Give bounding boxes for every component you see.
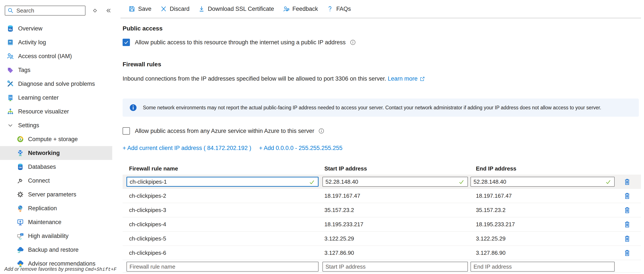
discard-button[interactable]: Discard bbox=[160, 6, 190, 12]
azure-services-checkbox-label: Allow public access from any Azure servi… bbox=[135, 128, 314, 134]
end-ip-input-wrapper bbox=[470, 177, 615, 187]
sidebar-item-label: Activity log bbox=[18, 39, 46, 46]
sidebar-item-label: Replication bbox=[28, 205, 57, 212]
question-icon bbox=[326, 6, 334, 12]
public-access-checkbox-label: Allow public access to this resource thr… bbox=[135, 39, 346, 46]
favorites-hint: Add or remove favorites by pressing Cmd+… bbox=[4, 266, 116, 272]
learning-book-icon: 101 bbox=[6, 94, 14, 102]
mysql-server-icon: My bbox=[6, 25, 14, 33]
sidebar-group-settings[interactable]: Settings bbox=[0, 118, 112, 132]
start-ip-input[interactable] bbox=[323, 178, 468, 185]
column-header-start-ip: Start IP address bbox=[318, 165, 468, 172]
search-icon bbox=[7, 7, 16, 14]
delete-rule-button[interactable] bbox=[622, 219, 632, 230]
sidebar-item-label: Overview bbox=[18, 25, 42, 32]
discard-x-icon bbox=[160, 6, 167, 12]
sidebar-item-label: Learning center bbox=[18, 94, 59, 101]
sidebar-item-label: Networking bbox=[28, 150, 60, 156]
new-rule-name-input[interactable] bbox=[127, 263, 318, 270]
end-ip-cell: 35.157.23.2 bbox=[468, 207, 617, 213]
sidebar-item-high-availability[interactable]: High availability bbox=[0, 229, 112, 243]
start-ip-input-wrapper bbox=[322, 177, 468, 187]
delete-rule-button[interactable] bbox=[622, 176, 632, 187]
info-icon[interactable] bbox=[350, 39, 356, 46]
sidebar-item-label: Backup and restore bbox=[28, 246, 78, 253]
sidebar-item-compute-storage[interactable]: $ Compute + storage bbox=[0, 132, 112, 146]
backup-cloud-icon bbox=[16, 246, 24, 254]
diagnose-tools-icon bbox=[6, 80, 14, 88]
add-ip-links-row: + Add current client IP address ( 84.172… bbox=[122, 145, 342, 151]
start-ip-cell: 18.197.167.47 bbox=[318, 192, 468, 199]
command-bar: Save Discard Download SSL Certificate Fe… bbox=[120, 0, 641, 18]
sidebar-item-label: Diagnose and solve problems bbox=[18, 81, 95, 87]
sidebar-item-databases[interactable]: DB Databases bbox=[0, 160, 112, 174]
sidebar-item-backup-restore[interactable]: Backup and restore bbox=[0, 243, 112, 257]
sidebar-item-label: High availability bbox=[28, 233, 69, 239]
sidebar-item-maintenance[interactable]: Maintenance bbox=[0, 215, 112, 229]
end-ip-cell: 18.197.167.47 bbox=[468, 192, 617, 199]
firewall-rules-heading: Firewall rules bbox=[122, 61, 161, 68]
faqs-button[interactable]: FAQs bbox=[326, 6, 351, 12]
new-firewall-rule-row bbox=[122, 260, 641, 273]
public-access-checkbox[interactable] bbox=[122, 39, 130, 46]
collapse-sidebar-icon[interactable] bbox=[105, 8, 111, 14]
add-all-ips-link[interactable]: + Add 0.0.0.0 - 255.255.255.255 bbox=[259, 145, 342, 151]
sidebar-item-connect[interactable]: Connect bbox=[0, 174, 112, 188]
sidebar-menu: My Overview Activity log Access control … bbox=[0, 22, 112, 270]
rule-name-input[interactable] bbox=[127, 178, 318, 185]
svg-text:$: $ bbox=[20, 138, 21, 141]
sidebar-item-server-parameters[interactable]: Server parameters bbox=[0, 188, 112, 201]
sidebar-item-replication[interactable]: Replication bbox=[0, 201, 112, 215]
high-availability-icon bbox=[16, 232, 24, 240]
column-header-rule-name: Firewall rule name bbox=[122, 165, 318, 172]
manage-view-icon[interactable] bbox=[92, 8, 98, 14]
save-label: Save bbox=[138, 6, 152, 12]
rule-name-cell: ch-clickpipes-6 bbox=[122, 249, 318, 256]
delete-rule-button[interactable] bbox=[622, 190, 632, 201]
end-ip-cell: 18.195.233.217 bbox=[468, 221, 617, 228]
sidebar-item-label: Tags bbox=[18, 67, 30, 74]
sidebar: My Overview Activity log Access control … bbox=[0, 0, 118, 274]
sidebar-item-activity-log[interactable]: Activity log bbox=[0, 36, 112, 49]
sidebar-item-label: Connect bbox=[28, 177, 50, 184]
sidebar-item-tags[interactable]: Tags bbox=[0, 63, 112, 77]
firewall-rule-row: ch-clickpipes-6 3.127.86.90 3.127.86.90 bbox=[122, 246, 641, 260]
download-ssl-certificate-button[interactable]: Download SSL Certificate bbox=[198, 6, 274, 12]
sidebar-item-access-control[interactable]: Access control (IAM) bbox=[0, 49, 112, 63]
feedback-button[interactable]: Feedback bbox=[283, 6, 318, 12]
delete-rule-button[interactable] bbox=[622, 247, 632, 258]
start-ip-cell: 35.157.23.2 bbox=[318, 207, 468, 213]
favorites-hint-shortcut: Cmd+Shift+F bbox=[85, 267, 116, 272]
sidebar-item-networking[interactable]: Networking bbox=[0, 146, 112, 160]
delete-rule-button[interactable] bbox=[622, 205, 632, 215]
learn-more-link[interactable]: Learn more bbox=[388, 75, 418, 82]
download-ssl-label: Download SSL Certificate bbox=[208, 6, 274, 12]
save-button[interactable]: Save bbox=[128, 6, 152, 12]
firewall-rule-editing-row bbox=[122, 175, 641, 189]
end-ip-input[interactable] bbox=[471, 178, 614, 185]
search-box[interactable] bbox=[5, 6, 86, 16]
rule-name-cell: ch-clickpipes-2 bbox=[122, 192, 318, 199]
info-filled-icon bbox=[129, 104, 137, 112]
tag-icon bbox=[6, 66, 14, 74]
firewall-rules-table: Firewall rule name Start IP address End … bbox=[122, 162, 641, 273]
new-end-ip-input[interactable] bbox=[471, 263, 614, 270]
public-access-checkbox-row: Allow public access to this resource thr… bbox=[122, 39, 356, 46]
end-ip-cell: 3.127.86.90 bbox=[468, 249, 617, 256]
search-input[interactable] bbox=[16, 7, 83, 14]
firewall-description: Inbound connections from the IP addresse… bbox=[122, 75, 425, 82]
azure-services-checkbox[interactable] bbox=[122, 127, 130, 135]
new-start-ip-input[interactable] bbox=[323, 263, 468, 270]
add-current-client-ip-link[interactable]: + Add current client IP address ( 84.172… bbox=[122, 145, 251, 151]
rule-name-input-wrapper bbox=[126, 177, 318, 187]
sidebar-item-overview[interactable]: My Overview bbox=[0, 22, 112, 36]
info-icon[interactable] bbox=[318, 128, 324, 134]
chevron-down-icon bbox=[6, 121, 14, 129]
sidebar-item-diagnose[interactable]: Diagnose and solve problems bbox=[0, 77, 112, 91]
start-ip-cell: 3.127.86.90 bbox=[318, 249, 468, 256]
sidebar-item-resource-visualizer[interactable]: Resource visualizer bbox=[0, 105, 112, 118]
delete-rule-button[interactable] bbox=[622, 233, 632, 244]
sidebar-item-learning-center[interactable]: 101 Learning center bbox=[0, 91, 112, 105]
activity-log-icon bbox=[6, 39, 14, 46]
sidebar-item-label: Compute + storage bbox=[28, 136, 78, 143]
